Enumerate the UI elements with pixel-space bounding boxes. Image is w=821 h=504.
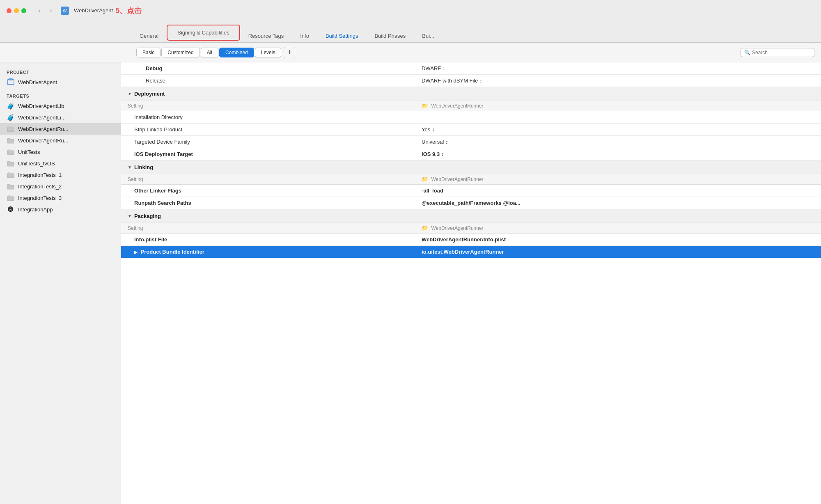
target-li2-label: WebDriverAgentLi... (18, 115, 66, 121)
minimize-button[interactable] (14, 8, 19, 13)
value-cell: DWARF with dSYM File ↕ (415, 75, 821, 87)
folder-icon-runner (7, 125, 15, 133)
tab-build-phases[interactable]: Build Phases (366, 30, 414, 42)
linking-title: Linking (134, 164, 153, 170)
filter-basic[interactable]: Basic (136, 48, 161, 57)
project-label: WebDriverAgent (18, 79, 57, 85)
sidebar-item-int3[interactable]: IntegrationTests_3 (0, 192, 121, 204)
target-tvos-label: UnitTests_tvOS (18, 160, 55, 167)
collapse-triangle: ▼ (128, 92, 132, 96)
add-button[interactable]: + (284, 47, 295, 58)
filter-all[interactable]: All (201, 48, 218, 57)
collapse-triangle: ▼ (128, 165, 132, 170)
tab-bar: General Signing & Capabilities Resource … (0, 21, 821, 43)
tab-info[interactable]: Info (292, 30, 317, 42)
tab-build-rules[interactable]: Bui... (414, 30, 443, 42)
setting-cell: Strip Linked Product (121, 124, 415, 136)
filter-combined[interactable]: Combined (219, 48, 254, 57)
folder-inline-icon: 📁 (422, 103, 428, 108)
maximize-button[interactable] (21, 8, 26, 13)
setting-cell-highlighted: ▶ Product Bundle Identifier (121, 246, 415, 258)
folder-icon-runner2 (7, 137, 15, 144)
app-target-icon: 🅐 (7, 206, 15, 213)
sidebar-item-unit[interactable]: UnitTests (0, 146, 121, 158)
deployment-title: Deployment (134, 91, 165, 97)
target-int3-label: IntegrationTests_3 (18, 195, 62, 201)
briefcase-icon-li2: 🧳 (7, 114, 15, 121)
sidebar-item-int2[interactable]: IntegrationTests_2 (0, 181, 121, 192)
folder-inline-icon: 📁 (422, 225, 428, 231)
table-row: Other Linker Flags -all_load (121, 185, 821, 197)
setting-cell: Targeted Device Family (121, 136, 415, 148)
nav-forward-button[interactable]: › (46, 6, 56, 16)
tab-signing[interactable]: Signing & Capabilities (169, 26, 237, 39)
col-setting-label: Setting (121, 223, 415, 234)
setting-cell: Release (121, 75, 415, 87)
targets-section-header: TARGETS (0, 91, 121, 100)
app-title-text: WebDriverAgent (74, 7, 113, 14)
setting-cell: Runpath Search Paths (121, 197, 415, 209)
close-button[interactable] (7, 8, 11, 13)
table-row: Debug DWARF ↕ (121, 62, 821, 75)
signing-tab-highlight: Signing & Capabilities (167, 25, 240, 41)
play-icon: ▶ (134, 250, 138, 254)
folder-icon-tvos (7, 160, 15, 167)
sidebar-item-int1[interactable]: IntegrationTests_1 (0, 169, 121, 181)
value-cell: Universal ↕ (415, 136, 821, 148)
search-box[interactable]: 🔍 (741, 48, 814, 57)
setting-cell: iOS Deployment Target (121, 148, 415, 160)
search-input[interactable] (752, 50, 801, 55)
table-row: Targeted Device Family Universal ↕ (121, 136, 821, 148)
col-value-label: 📁 WebDriverAgentRunner (415, 101, 821, 111)
section-linking-header[interactable]: ▼ Linking (121, 160, 821, 174)
nav-back-button[interactable]: ‹ (34, 6, 44, 16)
target-runner2-label: WebDriverAgentRu... (18, 137, 69, 144)
section-title: ▼ Linking (121, 160, 821, 174)
column-target-name: WebDriverAgentRunner (431, 176, 483, 182)
folder-icon-int3 (7, 194, 15, 202)
folder-icon-unit (7, 148, 15, 156)
nav-controls: ‹ › (34, 6, 56, 16)
section-title: ▼ Deployment (121, 87, 821, 101)
section-deployment-header[interactable]: ▼ Deployment (121, 87, 821, 101)
packaging-title: Packaging (134, 213, 161, 219)
table-row: Runpath Search Paths @executable_path/Fr… (121, 197, 821, 209)
sidebar-item-li2[interactable]: 🧳 WebDriverAgentLi... (0, 112, 121, 123)
folder-icon-int1 (7, 171, 15, 179)
section-packaging-header[interactable]: ▼ Packaging (121, 209, 821, 223)
project-icon (7, 78, 15, 86)
table-row: Release DWARF with dSYM File ↕ (121, 75, 821, 87)
section-title: ▼ Packaging (121, 209, 821, 223)
value-cell: @executable_path/Frameworks @loa... (415, 197, 821, 209)
sidebar-item-runner[interactable]: WebDriverAgentRu... (0, 123, 121, 135)
target-int2-label: IntegrationTests_2 (18, 183, 62, 190)
content-area: Debug DWARF ↕ Release DWARF with dSYM Fi… (121, 62, 821, 504)
filter-customized[interactable]: Customized (161, 48, 200, 57)
tab-general[interactable]: General (131, 30, 167, 42)
main-content: PROJECT WebDriverAgent TARGETS 🧳 WebDriv… (0, 62, 821, 504)
setting-cell: Other Linker Flags (121, 185, 415, 197)
filter-levels[interactable]: Levels (255, 48, 282, 57)
sidebar-item-unit-tvos[interactable]: UnitTests_tvOS (0, 158, 121, 169)
svg-rect-2 (7, 80, 14, 85)
svg-text:W: W (63, 9, 67, 13)
sidebar-item-lib[interactable]: 🧳 WebDriverAgentLib (0, 100, 121, 112)
sub-toolbar: Basic Customized All Combined Levels + 🔍 (0, 43, 821, 62)
collapse-triangle: ▼ (128, 214, 132, 218)
tab-build-settings[interactable]: Build Settings (317, 30, 367, 42)
table-row: Info.plist File WebDriverAgentRunner/Inf… (121, 234, 821, 246)
column-target-name: WebDriverAgentRunner (431, 103, 483, 109)
target-int1-label: IntegrationTests_1 (18, 172, 62, 178)
target-app-label: IntegrationApp (18, 206, 53, 213)
tab-resource-tags[interactable]: Resource Tags (240, 30, 292, 42)
column-target-name: WebDriverAgentRunner (431, 225, 483, 231)
sidebar-item-app[interactable]: 🅐 IntegrationApp (0, 204, 121, 215)
target-runner-label: WebDriverAgentRu... (18, 126, 69, 132)
sidebar-item-project[interactable]: WebDriverAgent (0, 76, 121, 88)
table-row-highlighted[interactable]: ▶ Product Bundle Identifier io.uitest.We… (121, 246, 821, 258)
setting-cell: Info.plist File (121, 234, 415, 246)
sidebar-item-runner2[interactable]: WebDriverAgentRu... (0, 135, 121, 146)
folder-icon-int2 (7, 183, 15, 190)
linking-column-header: Setting 📁 WebDriverAgentRunner (121, 174, 821, 185)
col-value-label: 📁 WebDriverAgentRunner (415, 174, 821, 185)
